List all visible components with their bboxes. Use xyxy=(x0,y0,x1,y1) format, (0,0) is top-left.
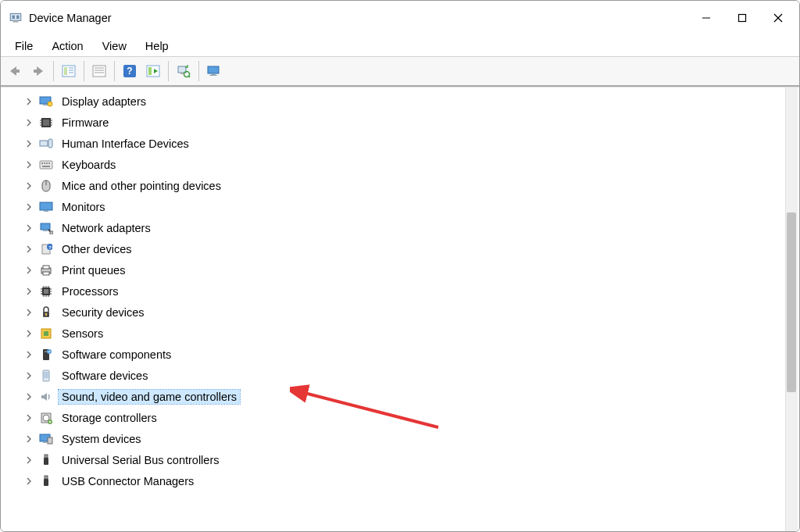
vertical-scrollbar[interactable] xyxy=(785,87,798,531)
menu-action[interactable]: Action xyxy=(42,37,92,55)
tree-item-label: Mice and other pointing devices xyxy=(59,179,224,193)
keyboard-icon xyxy=(38,157,54,173)
tree-item-label: Processors xyxy=(59,284,122,298)
properties-button[interactable] xyxy=(88,60,110,82)
svg-rect-93 xyxy=(48,437,52,444)
expand-chevron-icon[interactable] xyxy=(23,412,35,424)
tree-item[interactable]: Processors xyxy=(23,280,799,302)
expand-chevron-icon[interactable] xyxy=(23,159,35,171)
other-device-icon: ? xyxy=(38,241,54,257)
expand-chevron-icon[interactable] xyxy=(23,306,35,319)
tree-item[interactable]: Human Interface Devices xyxy=(23,133,799,154)
svg-rect-48 xyxy=(42,166,50,167)
tree-item[interactable]: Network adapters xyxy=(23,217,799,238)
tree-item-label: System devices xyxy=(59,432,145,446)
tree-item[interactable]: Print queues xyxy=(23,259,799,280)
expand-chevron-icon[interactable] xyxy=(23,475,35,487)
menu-help[interactable]: Help xyxy=(136,37,178,55)
svg-rect-43 xyxy=(40,161,52,169)
tree-item[interactable]: Mice and other pointing devices xyxy=(23,175,799,196)
svg-rect-53 xyxy=(41,223,50,230)
toolbar-separator xyxy=(84,61,84,81)
scan-hardware-button[interactable] xyxy=(173,60,195,82)
svg-rect-46 xyxy=(46,162,48,164)
action-button[interactable] xyxy=(142,60,164,82)
expand-chevron-icon[interactable] xyxy=(23,264,35,277)
expand-chevron-icon[interactable] xyxy=(23,454,35,466)
back-button[interactable] xyxy=(4,60,26,82)
usb-icon xyxy=(38,452,54,468)
device-tree[interactable]: Display adaptersFirmwareHuman Interface … xyxy=(1,87,799,531)
expand-chevron-icon[interactable] xyxy=(23,285,35,298)
tree-item[interactable]: Keyboards xyxy=(23,154,799,175)
svg-rect-90 xyxy=(49,420,50,422)
expand-chevron-icon[interactable] xyxy=(23,95,35,108)
tree-item-label: Human Interface Devices xyxy=(59,137,192,151)
usb-connector-icon xyxy=(38,473,54,489)
tree-item-label: USB Connector Managers xyxy=(59,474,197,488)
expand-chevron-icon[interactable] xyxy=(23,137,35,150)
svg-rect-41 xyxy=(40,141,48,146)
toolbar-separator xyxy=(168,61,169,81)
tree-item-label: Sound, video and game controllers xyxy=(59,390,240,404)
toolbar-separator xyxy=(198,61,199,81)
tree-item[interactable]: Storage controllers xyxy=(23,407,799,428)
tree-item[interactable]: USB Connector Managers xyxy=(23,470,799,491)
svg-rect-95 xyxy=(44,458,48,465)
menu-file[interactable]: File xyxy=(5,37,42,55)
show-hide-tree-button[interactable] xyxy=(58,60,80,82)
help-button[interactable]: ? xyxy=(119,60,141,82)
expand-chevron-icon[interactable] xyxy=(23,391,35,403)
tree-item[interactable]: Software components xyxy=(23,344,799,365)
firmware-icon xyxy=(38,115,54,130)
minimize-button[interactable] xyxy=(688,5,724,30)
svg-rect-94 xyxy=(45,455,48,458)
forward-button[interactable] xyxy=(27,60,49,82)
tree-item[interactable]: Security devices xyxy=(23,302,799,323)
expand-chevron-icon[interactable] xyxy=(23,180,35,192)
expand-chevron-icon[interactable] xyxy=(23,222,35,234)
expand-chevron-icon[interactable] xyxy=(23,433,35,445)
tree-item[interactable]: Firmware xyxy=(23,112,799,133)
toolbar: ? xyxy=(1,57,799,87)
expand-chevron-icon[interactable] xyxy=(23,116,35,129)
expand-chevron-icon[interactable] xyxy=(23,348,35,361)
mouse-icon xyxy=(38,178,54,194)
tree-item[interactable]: System devices xyxy=(23,428,799,449)
expand-chevron-icon[interactable] xyxy=(23,201,35,213)
svg-point-25 xyxy=(184,72,190,77)
tree-item[interactable]: Display adapters xyxy=(23,91,799,112)
tree-item-label: Monitors xyxy=(59,200,109,214)
svg-rect-8 xyxy=(16,70,20,73)
svg-rect-78 xyxy=(45,314,46,316)
svg-point-87 xyxy=(43,415,49,421)
expand-chevron-icon[interactable] xyxy=(23,327,35,340)
security-icon xyxy=(38,305,54,320)
expand-chevron-icon[interactable] xyxy=(23,370,35,382)
svg-rect-96 xyxy=(45,476,48,479)
tree-item-label: Storage controllers xyxy=(59,411,160,425)
tree-item[interactable]: Monitors xyxy=(23,196,799,217)
tree-item[interactable]: Sensors xyxy=(23,323,799,344)
svg-rect-85 xyxy=(44,372,48,378)
svg-rect-9 xyxy=(34,70,38,73)
expand-chevron-icon[interactable] xyxy=(23,243,35,255)
svg-rect-97 xyxy=(44,479,48,486)
tree-item-label: Print queues xyxy=(59,263,128,277)
titlebar: Device Manager xyxy=(1,1,799,35)
maximize-button[interactable] xyxy=(724,5,760,30)
tree-item[interactable]: ?Other devices xyxy=(23,238,799,259)
close-button[interactable] xyxy=(760,5,796,30)
menu-view[interactable]: View xyxy=(93,37,136,55)
tree-item[interactable]: Sound, video and game controllers xyxy=(23,386,799,407)
tree-item[interactable]: Software devices xyxy=(23,365,799,386)
svg-rect-54 xyxy=(43,230,48,231)
toolbar-separator xyxy=(114,61,115,81)
tree-item-label: Universal Serial Bus controllers xyxy=(59,453,222,467)
software-component-icon xyxy=(38,347,54,362)
scroll-thumb[interactable] xyxy=(787,212,796,392)
add-device-button[interactable] xyxy=(203,60,225,82)
svg-rect-5 xyxy=(739,15,746,22)
tree-item[interactable]: Universal Serial Bus controllers xyxy=(23,449,799,470)
app-icon xyxy=(9,11,23,25)
